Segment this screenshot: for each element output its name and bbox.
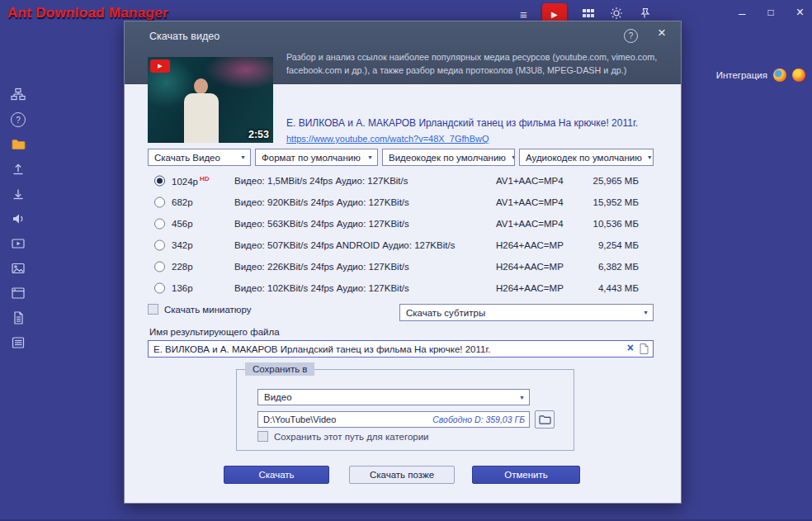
action-dropdown[interactable]: Скачать Видео ▼: [148, 149, 251, 166]
quality-row[interactable]: 228p Видео: 226KBit/s 24fps Аудио: 127KB…: [125, 256, 682, 277]
upload-icon: [11, 162, 26, 177]
quality-radio[interactable]: [154, 176, 165, 187]
sidebar-item-downloads-folder[interactable]: [0, 132, 36, 157]
download-later-button[interactable]: Скачать позже: [349, 466, 455, 484]
download-icon: [11, 187, 26, 201]
minimize-button[interactable]: –: [739, 7, 745, 19]
download-thumbnail-checkbox[interactable]: [148, 304, 158, 315]
filename-label: Имя результирующего файла: [149, 327, 280, 337]
download-video-dialog: Скачать видео ? × Разбор и анализ ссылок…: [124, 21, 682, 504]
hd-badge: HD: [200, 175, 210, 182]
image-icon: [11, 261, 26, 276]
chevron-down-icon: ▼: [519, 395, 525, 400]
audio-codec-dropdown[interactable]: Аудиокодек по умолчанию ▼: [519, 149, 654, 166]
downloads-folder-icon: [11, 137, 26, 152]
dialog-title: Скачать видео: [149, 31, 220, 42]
chevron-down-icon: ▼: [367, 154, 373, 160]
quality-row[interactable]: 456p Видео: 563KBit/s 24fps Аудио: 127KB…: [125, 213, 682, 234]
dialog-info-text: Разбор и анализ ссылок наиболее популярн…: [286, 51, 659, 77]
category-dropdown[interactable]: Видео ▼: [257, 389, 530, 405]
close-window-button[interactable]: ×: [796, 6, 804, 19]
quality-radio[interactable]: [154, 240, 165, 251]
video-icon: [11, 236, 26, 251]
youtube-badge-icon: ▶: [150, 59, 170, 73]
cancel-button[interactable]: Отменить: [472, 466, 580, 484]
download-button[interactable]: Скачать: [224, 466, 329, 484]
save-to-group: Сохранить в Видео ▼ D:\YouTube\Video Сво…: [236, 369, 574, 451]
quality-row[interactable]: 136p Видео: 102KBit/s 24fps Аудио: 127KB…: [125, 277, 682, 299]
integration-area: Интеграция: [716, 69, 805, 82]
menu-icon[interactable]: ≡: [520, 8, 527, 21]
apps-grid-icon[interactable]: [582, 7, 595, 21]
chevron-down-icon: ▼: [647, 154, 653, 160]
dialog-help-icon[interactable]: ?: [624, 29, 638, 43]
quality-radio[interactable]: [154, 197, 165, 208]
video-duration: 2:53: [248, 129, 269, 140]
sidebar-item-site-explorer[interactable]: [0, 83, 36, 107]
sidebar-item-help[interactable]: ?: [0, 107, 36, 132]
browse-folder-button[interactable]: [535, 410, 555, 429]
filename-template-icon[interactable]: [639, 343, 649, 358]
filename-input[interactable]: [148, 340, 654, 358]
site-explorer-icon: [11, 88, 26, 102]
quality-row[interactable]: 342p Видео: 507KBit/s 24fps ANDROID Ауди…: [125, 234, 682, 256]
sidebar-item-image[interactable]: [0, 256, 36, 281]
video-codec-dropdown[interactable]: Видеокодек по умолчанию ▼: [382, 149, 515, 166]
sidebar-item-report[interactable]: [0, 330, 36, 355]
sidebar: ?: [0, 83, 36, 355]
filename-field: ×: [148, 340, 654, 358]
save-to-label: Сохранить в: [245, 362, 314, 376]
sidebar-item-upload[interactable]: [0, 157, 36, 182]
save-path-for-category-checkbox[interactable]: [257, 431, 268, 442]
clear-filename-icon[interactable]: ×: [627, 342, 634, 353]
integration-label: Интеграция: [716, 70, 767, 80]
chevron-down-icon: ▼: [643, 310, 649, 315]
video-thumbnail: ▶ 2:53: [148, 57, 273, 143]
quality-radio[interactable]: [154, 219, 165, 230]
browser-icon: [11, 286, 26, 301]
thumbnail-figure: [194, 78, 208, 94]
save-path-for-category-row: Сохранить этот путь для категории: [257, 431, 429, 442]
quality-list: 1024pHD Видео: 1,5MBit/s 24fps Аудио: 12…: [125, 170, 682, 299]
sidebar-item-video[interactable]: [0, 231, 36, 256]
save-path-input[interactable]: D:\YouTube\Video Свободно D: 359,03 ГБ: [257, 411, 530, 428]
quality-radio[interactable]: [154, 283, 165, 294]
free-space-label: Свободно D: 359,03 ГБ: [432, 414, 525, 424]
save-path-value: D:\YouTube\Video: [263, 414, 336, 424]
video-url-link[interactable]: https://www.youtube.com/watch?v=48X_7Gfh…: [286, 134, 489, 144]
chevron-down-icon: ▼: [240, 154, 246, 160]
sidebar-item-download[interactable]: [0, 182, 36, 206]
app-title: Ant Download Manager: [7, 5, 168, 21]
subtitles-dropdown[interactable]: Скачать субтитры ▼: [399, 304, 654, 321]
quality-row[interactable]: 1024pHD Видео: 1,5MBit/s 24fps Аудио: 12…: [125, 170, 682, 192]
theme-sun-icon[interactable]: [610, 7, 623, 21]
sidebar-item-audio[interactable]: [0, 206, 36, 231]
sidebar-item-browser[interactable]: [0, 281, 36, 305]
quality-row[interactable]: 682p Видео: 920KBit/s 24fps Аудио: 127KB…: [125, 192, 682, 213]
dialog-close-icon[interactable]: ×: [658, 26, 666, 40]
window-controls: – □ ×: [739, 0, 804, 25]
download-thumbnail-row: Скачать миниатюру: [148, 304, 251, 315]
chevron-down-icon: ▼: [511, 154, 515, 160]
maximize-button[interactable]: □: [767, 7, 773, 17]
browser-integration-icon[interactable]: [792, 69, 805, 82]
download-thumbnail-label: Скачать миниатюру: [164, 305, 251, 315]
help-icon: ?: [11, 112, 26, 127]
save-path-for-category-label: Сохранить этот путь для категории: [274, 432, 429, 442]
format-dropdown[interactable]: Формат по умолчанию ▼: [255, 149, 378, 166]
folder-icon: [539, 414, 551, 425]
document-icon: [11, 310, 26, 325]
quality-radio[interactable]: [154, 262, 165, 272]
report-icon: [11, 335, 26, 350]
audio-icon: [11, 211, 26, 226]
firefox-icon[interactable]: [773, 69, 786, 82]
pin-icon[interactable]: [638, 7, 651, 21]
video-title: Е. ВИЛКОВА и А. МАКАРОВ Ирландский танец…: [286, 117, 656, 129]
sidebar-item-document[interactable]: [0, 305, 36, 330]
